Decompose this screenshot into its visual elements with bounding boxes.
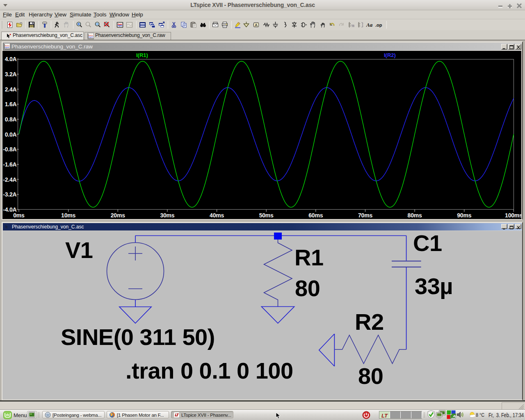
svg-text:Aa: Aa [366,22,373,28]
svg-text:I(R1): I(R1) [136,52,148,58]
svg-text:-1.6A: -1.6A [3,161,16,168]
svg-text:2.4A: 2.4A [5,86,17,93]
svg-text:A: A [255,23,258,27]
svg-text:70ms: 70ms [358,212,372,219]
svg-text:4.0A: 4.0A [5,56,17,62]
svg-text:3.2A: 3.2A [5,71,17,78]
svg-text:-0.8A: -0.8A [3,146,16,153]
svg-text:0.8A: 0.8A [5,116,17,123]
svg-text:90ms: 90ms [457,212,471,219]
svg-text:.op: .op [375,23,382,27]
svg-text:50ms: 50ms [259,212,274,219]
svg-text:10ms: 10ms [61,212,75,219]
svg-text:1.6A: 1.6A [5,101,17,107]
svg-text:40ms: 40ms [210,212,224,219]
svg-text:-2.4A: -2.4A [3,176,16,183]
svg-text:60ms: 60ms [308,212,323,219]
svg-text:0.0A: 0.0A [5,131,17,138]
svg-text:0ms: 0ms [13,212,25,219]
svg-text:-3.2A: -3.2A [3,191,16,198]
svg-text:I(R2): I(R2) [384,52,396,58]
svg-text:80ms: 80ms [408,212,422,219]
svg-text:20ms: 20ms [111,212,125,219]
svg-text:100ms: 100ms [505,212,521,219]
svg-text:30ms: 30ms [160,212,174,219]
